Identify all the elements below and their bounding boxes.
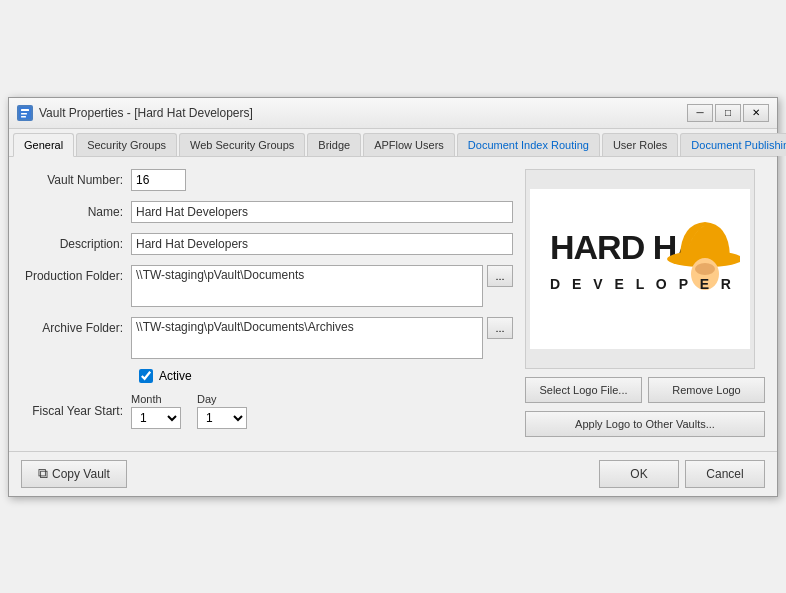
- name-row: Name:: [21, 201, 513, 223]
- description-label: Description:: [21, 233, 131, 251]
- footer-left: ⧉ Copy Vault: [21, 460, 127, 488]
- tab-document-index-routing[interactable]: Document Index Routing: [457, 133, 600, 156]
- footer: ⧉ Copy Vault OK Cancel: [9, 451, 777, 496]
- description-row: Description:: [21, 233, 513, 255]
- apply-logo-button[interactable]: Apply Logo to Other Vaults...: [525, 411, 765, 437]
- name-input[interactable]: [131, 201, 513, 223]
- production-folder-input-group: \\TW-staging\pVault\Documents ...: [131, 265, 513, 307]
- active-label: Active: [159, 369, 192, 383]
- remove-logo-button[interactable]: Remove Logo: [648, 377, 765, 403]
- cancel-button[interactable]: Cancel: [685, 460, 765, 488]
- fiscal-year-label: Fiscal Year Start:: [21, 404, 131, 418]
- footer-right: OK Cancel: [599, 460, 765, 488]
- main-window: Vault Properties - [Hard Hat Developers]…: [8, 97, 778, 497]
- active-row: Active: [21, 369, 513, 383]
- tab-general[interactable]: General: [13, 133, 74, 157]
- app-icon: [17, 105, 33, 121]
- production-folder-input[interactable]: \\TW-staging\pVault\Documents: [131, 265, 483, 307]
- day-select[interactable]: 1 2 3 4 5 6 7 8 9 10 11 12 13: [197, 407, 247, 429]
- archive-folder-row: Archive Folder: \\TW-staging\pVault\Docu…: [21, 317, 513, 359]
- logo-svg: HARD HAT: [540, 199, 740, 339]
- logo-buttons: Select Logo File... Remove Logo: [525, 377, 765, 403]
- production-folder-row: Production Folder: \\TW-staging\pVault\D…: [21, 265, 513, 307]
- logo-preview: HARD HAT: [525, 169, 755, 369]
- fiscal-year-fields: Month 1 2 3 4 5 6 7 8 9 10 11: [131, 393, 247, 429]
- content-area: Vault Number: Name: Description: Product…: [9, 157, 777, 451]
- archive-folder-input[interactable]: \\TW-staging\pVault\Documents\Archives: [131, 317, 483, 359]
- title-bar: Vault Properties - [Hard Hat Developers]…: [9, 98, 777, 129]
- tab-bar: General Security Groups Web Security Gro…: [9, 129, 777, 157]
- tab-security-groups[interactable]: Security Groups: [76, 133, 177, 156]
- day-label: Day: [197, 393, 247, 405]
- logo-inner: HARD HAT: [530, 189, 750, 349]
- production-folder-label: Production Folder:: [21, 265, 131, 283]
- tab-apflow-users[interactable]: APFlow Users: [363, 133, 455, 156]
- svg-text:D E V E L O P E R S: D E V E L O P E R S: [550, 276, 740, 292]
- month-select[interactable]: 1 2 3 4 5 6 7 8 9 10 11 12: [131, 407, 181, 429]
- description-input[interactable]: [131, 233, 513, 255]
- vault-number-input[interactable]: [131, 169, 186, 191]
- tab-web-security-groups[interactable]: Web Security Groups: [179, 133, 305, 156]
- archive-folder-label: Archive Folder:: [21, 317, 131, 335]
- tab-document-publishing[interactable]: Document Publishing: [680, 133, 786, 156]
- svg-point-7: [695, 263, 715, 275]
- vault-number-label: Vault Number:: [21, 169, 131, 187]
- select-logo-button[interactable]: Select Logo File...: [525, 377, 642, 403]
- archive-folder-input-group: \\TW-staging\pVault\Documents\Archives .…: [131, 317, 513, 359]
- copy-icon: ⧉: [38, 465, 48, 482]
- svg-rect-2: [21, 113, 27, 115]
- production-folder-browse-button[interactable]: ...: [487, 265, 513, 287]
- ok-button[interactable]: OK: [599, 460, 679, 488]
- right-panel: HARD HAT: [525, 169, 765, 439]
- close-button[interactable]: ✕: [743, 104, 769, 122]
- tab-bridge[interactable]: Bridge: [307, 133, 361, 156]
- title-controls: ─ □ ✕: [687, 104, 769, 122]
- month-label: Month: [131, 393, 181, 405]
- maximize-button[interactable]: □: [715, 104, 741, 122]
- name-label: Name:: [21, 201, 131, 219]
- title-bar-left: Vault Properties - [Hard Hat Developers]: [17, 105, 253, 121]
- tab-user-roles[interactable]: User Roles: [602, 133, 678, 156]
- form-section: Vault Number: Name: Description: Product…: [21, 169, 513, 439]
- copy-vault-button[interactable]: ⧉ Copy Vault: [21, 460, 127, 488]
- copy-vault-label: Copy Vault: [52, 467, 110, 481]
- active-checkbox[interactable]: [139, 369, 153, 383]
- vault-number-row: Vault Number:: [21, 169, 513, 191]
- day-field: Day 1 2 3 4 5 6 7 8 9 10 11: [197, 393, 247, 429]
- archive-folder-browse-button[interactable]: ...: [487, 317, 513, 339]
- month-field: Month 1 2 3 4 5 6 7 8 9 10 11: [131, 393, 181, 429]
- svg-rect-3: [21, 116, 26, 118]
- svg-rect-1: [21, 109, 29, 111]
- window-title: Vault Properties - [Hard Hat Developers]: [39, 106, 253, 120]
- minimize-button[interactable]: ─: [687, 104, 713, 122]
- fiscal-year-row: Fiscal Year Start: Month 1 2 3 4 5 6 7 8: [21, 393, 513, 429]
